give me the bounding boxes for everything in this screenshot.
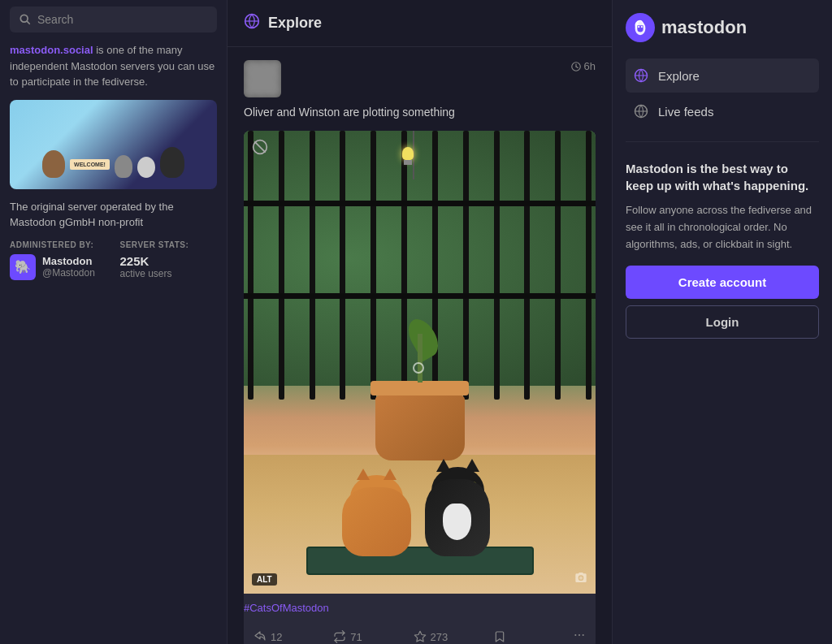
admin-section: ADMINISTERED BY: 🐘 Mastodon @Mastodon (10, 240, 107, 280)
main-content: Explore 6h Oliver and Winston are plotti… (228, 0, 613, 644)
boost-count: 71 (350, 631, 362, 643)
svg-line-1 (27, 21, 29, 24)
post-time: 6h (571, 60, 596, 72)
server-description: The original server operated by the Mast… (10, 199, 217, 231)
post-image: ALT #CatsOfMastodon (244, 131, 596, 644)
left-sidebar: Search mastodon.social is one of the man… (0, 0, 228, 644)
sidebar-divider (626, 141, 819, 142)
post-avatar-row (244, 60, 281, 97)
post-avatar (244, 60, 281, 97)
svg-point-12 (578, 634, 580, 636)
reply-count: 12 (271, 631, 282, 643)
svg-line-6 (576, 67, 578, 68)
stats-label: SERVER STATS: (120, 240, 218, 249)
logo-text: mastodon (661, 17, 747, 38)
svg-point-15 (638, 26, 639, 28)
explore-header-icon (244, 13, 260, 33)
reply-button[interactable]: 12 (244, 625, 323, 644)
svg-line-8 (254, 141, 265, 152)
explore-nav-label: Explore (658, 69, 700, 83)
promo-title: Mastodon is the best way to keep up with… (626, 160, 819, 194)
admin-info: Mastodon @Mastodon (42, 255, 95, 279)
svg-point-9 (579, 577, 583, 580)
bookmark-icon (493, 630, 506, 643)
admin-row: 🐘 Mastodon @Mastodon (10, 254, 107, 280)
cats-photo: ALT (244, 131, 596, 594)
search-icon (20, 14, 31, 25)
explore-header: Explore (228, 0, 612, 47)
login-button[interactable]: Login (626, 305, 819, 339)
search-bar[interactable]: Search (10, 6, 217, 32)
explore-nav-icon (632, 67, 650, 84)
right-sidebar: mastodon Explore Live feeds Mastodon is … (613, 0, 832, 644)
hashtag[interactable]: #CatsOfMastodon (244, 602, 596, 614)
stats-text: active users (120, 268, 218, 279)
post-card: 6h Oliver and Winston are plotting somet… (228, 47, 612, 644)
search-placeholder: Search (37, 13, 73, 26)
black-cat (425, 467, 498, 556)
server-link[interactable]: mastodon.social (10, 44, 93, 56)
sidebar-item-live-feeds[interactable]: Live feeds (626, 94, 819, 128)
reply-icon (254, 630, 266, 643)
promo-box: Mastodon is the best way to keep up with… (626, 160, 819, 339)
no-preview-icon (252, 139, 268, 158)
favorite-icon (414, 630, 427, 643)
post-content: Oliver and Winston are plotting somethin… (244, 104, 596, 121)
svg-point-11 (574, 634, 576, 636)
admin-stats: ADMINISTERED BY: 🐘 Mastodon @Mastodon SE… (10, 240, 217, 280)
favorite-count: 273 (431, 631, 448, 643)
explore-title: Explore (268, 15, 322, 32)
boost-icon (333, 630, 346, 643)
promo-text: Follow anyone across the fediverse and s… (626, 202, 819, 253)
stats-section: SERVER STATS: 225K active users (120, 240, 218, 280)
admin-avatar: 🐘 (10, 254, 36, 280)
post-time-value: 6h (584, 60, 596, 72)
sidebar-item-explore[interactable]: Explore (626, 58, 819, 93)
server-banner: WELCOME! (10, 100, 217, 189)
more-icon (573, 629, 586, 642)
server-info: mastodon.social is one of the many indep… (10, 42, 217, 90)
more-button[interactable] (563, 624, 596, 644)
stats-number: 225K (120, 254, 218, 268)
svg-marker-10 (414, 631, 425, 642)
alt-badge[interactable]: ALT (252, 573, 277, 586)
svg-point-16 (641, 26, 643, 28)
create-account-button[interactable]: Create account (626, 266, 819, 299)
live-feeds-icon (632, 102, 650, 120)
post-header: 6h (244, 60, 596, 97)
post-actions: 12 71 273 (244, 624, 596, 644)
bookmark-button[interactable] (483, 625, 563, 644)
clock-icon (571, 62, 581, 71)
svg-point-13 (583, 634, 584, 636)
live-feeds-label: Live feeds (658, 105, 713, 119)
admin-label: ADMINISTERED BY: (10, 240, 107, 249)
orange-cat (342, 475, 415, 556)
admin-name: Mastodon (42, 255, 95, 267)
logo-icon (626, 13, 655, 42)
admin-handle: @Mastodon (42, 267, 95, 279)
favorite-button[interactable]: 273 (404, 625, 483, 644)
boost-button[interactable]: 71 (323, 625, 403, 644)
mastodon-logo: mastodon (626, 13, 819, 42)
